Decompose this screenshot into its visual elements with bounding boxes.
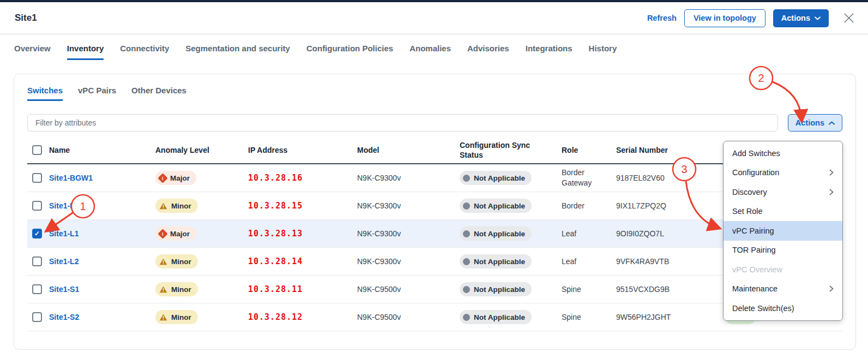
menu-item-vpc-pairing[interactable]: vPC Pairing [724, 221, 842, 241]
role: Border [562, 201, 616, 211]
subtab-vpc-pairs[interactable]: vPC Pairs [78, 86, 116, 101]
row-checkbox[interactable] [32, 284, 42, 294]
view-in-topology-button[interactable]: View in topology [684, 9, 765, 27]
serial-number: 9IX1L7ZPQ2Q [616, 201, 714, 210]
filter-input[interactable] [27, 114, 778, 132]
header-actions-button[interactable]: Actions [773, 9, 829, 27]
switch-name-link[interactable]: Site1-S2 [49, 313, 79, 321]
menu-item-vpc-overview: vPC Overview [724, 260, 842, 279]
switches-table: Name Anomaly Level IP Address Model Conf… [27, 137, 842, 331]
model: N9K-C9300v [357, 201, 460, 210]
tab-anomalies[interactable]: Anomalies [409, 44, 451, 60]
table-row: Site1-S2 Minor 10.3.28.12 N9K-C9500v Not… [27, 303, 842, 331]
tab-configuration-policies[interactable]: Configuration Policies [306, 44, 393, 60]
gray-dot-icon [463, 202, 470, 210]
menu-item-add-switches[interactable]: Add Switches [724, 144, 842, 163]
row-checkbox[interactable] [32, 173, 42, 183]
menu-item-discovery[interactable]: Discovery [724, 182, 842, 202]
subtab-bar: Switches vPC Pairs Other Devices [27, 86, 842, 101]
ip-address: 10.3.28.14 [248, 256, 303, 266]
table-actions-button[interactable]: Actions [788, 114, 842, 132]
serial-number: 9187EL82V60 [616, 174, 714, 182]
role: Spine [562, 284, 616, 295]
tab-advisories[interactable]: Advisories [467, 44, 509, 60]
anomaly-badge: Minor [155, 310, 198, 324]
tab-history[interactable]: History [589, 44, 617, 60]
role: Border Gateway [562, 168, 616, 188]
row-checkbox[interactable] [32, 312, 42, 322]
ip-address: 10.3.28.11 [248, 284, 303, 294]
model: N9K-C9300v [357, 229, 460, 238]
major-icon: ! [158, 229, 167, 238]
switch-name-link[interactable]: Site1-BGW1 [49, 174, 93, 182]
col-anomaly-level: Anomaly Level [155, 145, 248, 155]
subtab-other-devices[interactable]: Other Devices [131, 86, 186, 101]
chevron-down-icon [815, 16, 821, 20]
chevron-right-icon [829, 169, 834, 176]
serial-number: 9VFK4RA9VTB [616, 257, 714, 266]
gray-dot-icon [463, 175, 470, 182]
minor-icon [159, 202, 167, 210]
minor-icon [159, 258, 167, 265]
ip-address: 10.3.28.16 [248, 173, 303, 183]
gray-dot-icon [463, 258, 470, 265]
menu-item-set-role[interactable]: Set Role [724, 202, 842, 222]
select-all-checkbox[interactable] [32, 145, 42, 155]
tab-bar: Overview Inventory Connectivity Segmenta… [14, 44, 617, 60]
row-checkbox[interactable] [32, 201, 42, 211]
model: N9K-C9500v [357, 313, 460, 321]
tab-overview[interactable]: Overview [14, 44, 51, 60]
ip-address: 10.3.28.15 [248, 201, 303, 211]
switch-name-link[interactable]: Site1-S1 [49, 285, 79, 294]
switch-name-link[interactable]: Site1-BL1 [49, 201, 85, 210]
table-header-row: Name Anomaly Level IP Address Model Conf… [27, 137, 842, 164]
table-row: Site1-BL1 Minor 10.3.28.15 N9K-C9300v No… [27, 192, 842, 220]
row-checkbox[interactable] [32, 256, 42, 266]
filter-row: Actions [27, 114, 842, 132]
col-name: Name [49, 145, 155, 155]
close-icon[interactable] [843, 12, 855, 24]
model: N9K-C9500v [357, 285, 460, 294]
switch-name-link[interactable]: Site1-L2 [49, 257, 79, 266]
tab-integrations[interactable]: Integrations [526, 44, 572, 60]
refresh-button[interactable]: Refresh [647, 14, 677, 22]
anomaly-badge: Minor [155, 282, 198, 296]
row-checkbox-checked[interactable]: ✓ [32, 229, 42, 238]
col-role: Role [562, 145, 616, 155]
serial-number: 9W56PH2JGHT [616, 313, 714, 321]
switch-name-link[interactable]: Site1-L1 [49, 229, 79, 238]
minor-icon [159, 286, 167, 293]
menu-item-maintenance[interactable]: Maintenance [724, 279, 842, 299]
anomaly-badge: Minor [155, 254, 198, 269]
col-config-sync-status: Configuration Sync Status [460, 140, 562, 160]
header-actions-label: Actions [781, 14, 810, 22]
table-row-selected: ✓ Site1-L1 !Major 10.3.28.13 N9K-C9300v … [27, 220, 842, 248]
minor-icon [159, 314, 167, 321]
chevron-up-icon [829, 121, 835, 125]
anomaly-badge: !Major [155, 171, 196, 185]
ip-address: 10.3.28.12 [248, 312, 303, 322]
col-ip-address: IP Address [248, 145, 357, 155]
tab-connectivity[interactable]: Connectivity [120, 44, 169, 60]
sync-status-pill: Not Applicable [460, 199, 532, 213]
table-row: Site1-BGW1 !Major 10.3.28.16 N9K-C9300v … [27, 164, 842, 192]
sync-status-pill: Not Applicable [460, 310, 532, 324]
subtab-switches[interactable]: Switches [27, 86, 63, 101]
major-icon: ! [158, 173, 167, 183]
menu-item-configuration[interactable]: Configuration [724, 163, 842, 183]
sync-status-pill: Not Applicable [460, 226, 532, 241]
gray-dot-icon [463, 230, 470, 237]
gray-dot-icon [463, 286, 470, 293]
tab-segmentation-and-security[interactable]: Segmentation and security [185, 44, 290, 60]
table-actions-label: Actions [795, 118, 824, 127]
model: N9K-C9300v [357, 174, 460, 182]
serial-number: 9OI9I0ZQO7L [616, 229, 714, 238]
menu-item-tor-pairing[interactable]: TOR Pairing [724, 241, 842, 260]
modal-header: Site1 Refresh View in topology Actions [0, 2, 868, 34]
col-serial-number: Serial Number [616, 145, 714, 155]
chevron-right-icon [829, 285, 834, 292]
ip-address: 10.3.28.13 [248, 229, 303, 238]
menu-item-delete-switches[interactable]: Delete Switch(es) [724, 299, 842, 318]
model: N9K-C9300v [357, 257, 460, 266]
tab-inventory[interactable]: Inventory [67, 44, 104, 60]
